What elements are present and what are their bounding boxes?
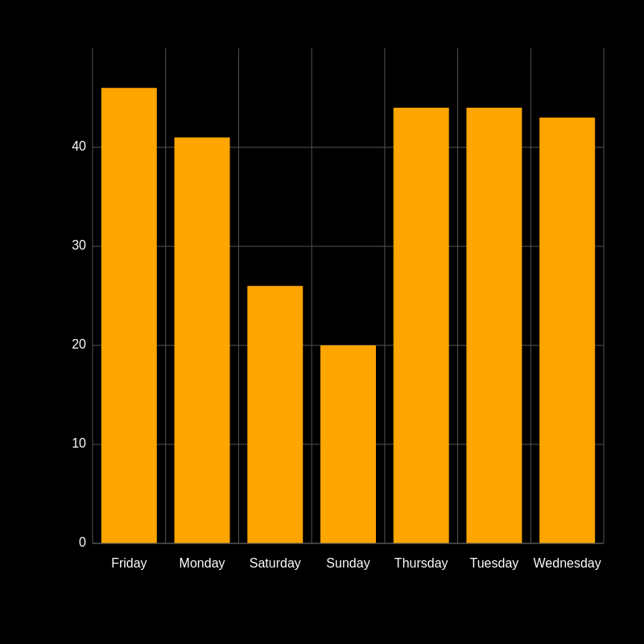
svg-text:40: 40 (72, 139, 86, 153)
bar-chart: 010203040FridayMondaySaturdaySundayThurs… (52, 32, 612, 588)
svg-rect-18 (101, 88, 157, 543)
svg-text:Sunday: Sunday (326, 556, 369, 570)
svg-rect-30 (539, 118, 595, 543)
svg-rect-28 (466, 108, 522, 543)
svg-text:20: 20 (72, 337, 86, 351)
svg-rect-22 (247, 286, 303, 543)
svg-text:Friday: Friday (111, 556, 147, 570)
svg-rect-24 (320, 345, 376, 543)
svg-rect-26 (394, 108, 449, 543)
chart-container: 010203040FridayMondaySaturdaySundayThurs… (8, 8, 636, 636)
chart-area: 010203040FridayMondaySaturdaySundayThurs… (52, 32, 612, 588)
svg-text:Tuesday: Tuesday (470, 556, 519, 570)
svg-text:Thursday: Thursday (394, 556, 448, 570)
svg-text:30: 30 (72, 238, 86, 252)
svg-text:10: 10 (72, 436, 86, 450)
svg-rect-20 (175, 138, 230, 543)
svg-text:0: 0 (79, 535, 86, 549)
svg-text:Monday: Monday (180, 556, 225, 570)
svg-text:Wednesday: Wednesday (534, 556, 601, 570)
svg-text:Saturday: Saturday (250, 556, 301, 570)
